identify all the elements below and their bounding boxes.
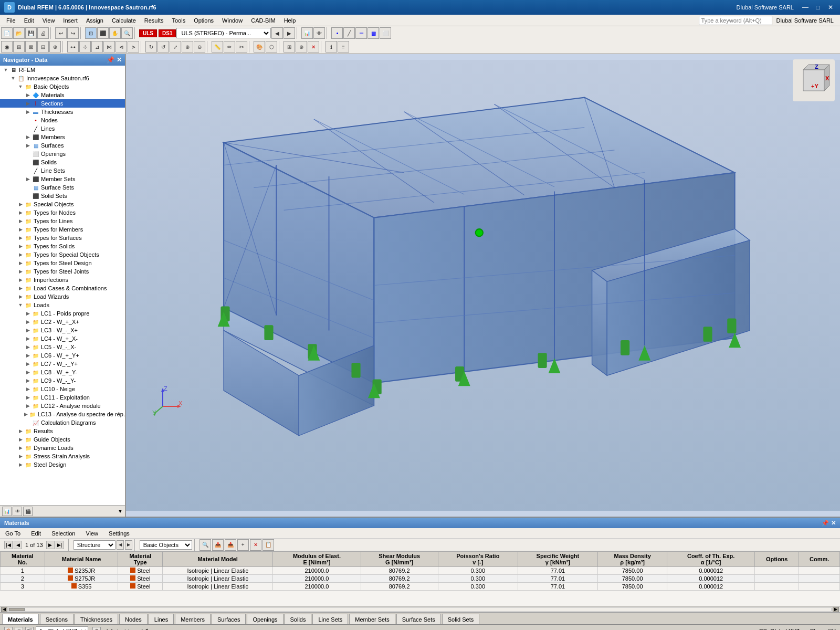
tree-root-rfem[interactable]: ▼ 🖥 RFEM	[0, 66, 125, 74]
status-eye[interactable]: 👁	[15, 627, 23, 631]
tree-results[interactable]: ▶ 📁 Results	[0, 427, 125, 435]
bp-export[interactable]: 📤	[212, 539, 224, 551]
tree-lc6[interactable]: ▶ 📁 LC6 - W_+_Y+	[0, 351, 125, 360]
exp-special[interactable]: ▶	[17, 202, 24, 207]
table-row[interactable]: 1 S235JR Steel Isotropic | Linear Elasti…	[1, 567, 840, 575]
node-button[interactable]: •	[331, 27, 343, 39]
tree-lc7[interactable]: ▶ 📁 LC7 - W_-_Y+	[0, 360, 125, 368]
bp-filter[interactable]: 🔍	[200, 539, 211, 551]
tree-dynamic-loads[interactable]: ▶ 📁 Dynamic Loads	[0, 444, 125, 452]
expand-rfem[interactable]: ▼	[2, 67, 9, 72]
delete[interactable]: ✕	[308, 41, 319, 52]
redo-button[interactable]: ↪	[67, 27, 79, 39]
keyword-search[interactable]	[699, 16, 772, 25]
zoom-button[interactable]: 🔍	[121, 27, 133, 39]
horizontal-scrollbar[interactable]: ◀ ▶	[0, 606, 840, 613]
exp-results[interactable]: ▶	[17, 428, 24, 434]
menu-file[interactable]: File	[2, 16, 20, 25]
zoom-out[interactable]: ⊖	[194, 41, 205, 52]
exp-lc4[interactable]: ▶	[24, 336, 32, 341]
exp-tlines[interactable]: ▶	[17, 218, 24, 224]
exp-tsolids[interactable]: ▶	[17, 244, 24, 249]
rotate-y[interactable]: ↺	[158, 41, 169, 52]
exp-stressstrain[interactable]: ▶	[17, 454, 24, 459]
tree-member-sets[interactable]: ▶ ⬛ Member Sets	[0, 175, 125, 183]
tab-lines[interactable]: Lines	[149, 614, 174, 624]
tree-lc2[interactable]: ▶ 📁 LC2 - W_+_X+	[0, 318, 125, 326]
next-page-button[interactable]: ▶	[46, 541, 55, 549]
bp-copy[interactable]: 📋	[262, 539, 274, 551]
tree-openings[interactable]: ⬜ Openings	[0, 150, 125, 158]
exp-loads[interactable]: ▼	[17, 302, 24, 308]
tree-load-cases[interactable]: ▶ 📁 Load Cases & Combinations	[0, 284, 125, 292]
tree-types-special[interactable]: ▶ 📁 Types for Special Objects	[0, 250, 125, 259]
exp-dynloads[interactable]: ▶	[17, 445, 24, 450]
table-row[interactable]: 3 S355 Steel Isotropic | Linear Elastic …	[1, 583, 840, 591]
tree-lc9[interactable]: ▶ 📁 LC9 - W_-_Y-	[0, 376, 125, 385]
scroll-right-button[interactable]: ▶	[833, 607, 839, 612]
tree-sections[interactable]: ▶ I Sections	[0, 99, 125, 108]
btn-edit[interactable]: Edit	[28, 530, 44, 537]
last-page-button[interactable]: ▶|	[56, 541, 64, 549]
btn-selection[interactable]: Selection	[48, 530, 78, 537]
exp-lc6[interactable]: ▶	[24, 353, 32, 358]
exp-lc1[interactable]: ▶	[24, 311, 32, 316]
tree-types-nodes[interactable]: ▶ 📁 Types for Nodes	[0, 208, 125, 217]
tree-surfaces[interactable]: ▶ ▩ Surfaces	[0, 141, 125, 150]
btn-view[interactable]: View	[82, 530, 101, 537]
exp-tsteelj[interactable]: ▶	[17, 269, 24, 274]
measure[interactable]: 📏	[212, 41, 223, 52]
menu-assign[interactable]: Assign	[82, 16, 108, 25]
menu-results[interactable]: Results	[140, 16, 168, 25]
tree-calc-diagrams[interactable]: 📈 Calculation Diagrams	[0, 418, 125, 427]
bp-import[interactable]: 📥	[225, 539, 236, 551]
tree-steel-design[interactable]: ▶ 📁 Steel Design	[0, 460, 125, 469]
tree-guide-objects[interactable]: ▶ 📁 Guide Objects	[0, 435, 125, 444]
exp-steeldesign[interactable]: ▶	[17, 462, 24, 467]
first-page-button[interactable]: |◀	[4, 541, 13, 549]
save-button[interactable]: 💾	[25, 27, 37, 39]
t2-b8[interactable]: ⊿	[91, 41, 103, 52]
menu-edit[interactable]: Edit	[20, 16, 38, 25]
prev-load-button[interactable]: ◀	[271, 27, 283, 39]
tree-types-steel-design[interactable]: ▶ 📁 Types for Steel Design	[0, 259, 125, 267]
print-button[interactable]: 🖨	[37, 27, 49, 39]
prev-page-button[interactable]: ◀	[14, 541, 22, 549]
tab-openings[interactable]: Openings	[247, 614, 283, 624]
grid[interactable]: ⊞	[284, 41, 295, 52]
t2-b7[interactable]: ⊹	[79, 41, 91, 52]
nav-scroll-down[interactable]: ▼	[118, 508, 123, 514]
t2-b3[interactable]: ⊠	[25, 41, 37, 52]
line-button[interactable]: ╱	[343, 27, 355, 39]
tab-solid-sets[interactable]: Solid Sets	[442, 614, 480, 624]
tree-members[interactable]: ▶ ⬛ Members	[0, 133, 125, 141]
tree-types-steel-joints[interactable]: ▶ 📁 Types for Steel Joints	[0, 267, 125, 276]
tree-special-objects[interactable]: ▶ 📁 Special Objects	[0, 200, 125, 208]
tree-thicknesses[interactable]: ▶ ▬ Thicknesses	[0, 108, 125, 116]
tab-sections[interactable]: Sections	[40, 614, 74, 624]
tree-basic-objects[interactable]: ▼ 📁 Basic Objects	[0, 82, 125, 91]
maximize-button[interactable]: □	[813, 3, 823, 12]
expand-file[interactable]: ▼	[9, 76, 17, 81]
scroll-left-button[interactable]: ◀	[1, 607, 7, 612]
tree-materials[interactable]: ▶ 🔷 Materials	[0, 91, 125, 99]
exp-lc3[interactable]: ▶	[24, 328, 32, 333]
exp-mat[interactable]: ▶	[24, 92, 32, 98]
tree-lc12[interactable]: ▶ 📁 LC12 - Analyse modale	[0, 402, 125, 410]
tree-types-surfaces[interactable]: ▶ 📁 Types for Surfaces	[0, 234, 125, 242]
exp-membersets[interactable]: ▶	[24, 176, 32, 182]
undo-button[interactable]: ↩	[55, 27, 67, 39]
exp-lc7[interactable]: ▶	[24, 361, 32, 366]
t2-b2[interactable]: ⊞	[13, 41, 25, 52]
exp-lc10[interactable]: ▶	[24, 386, 32, 392]
exp-lc9[interactable]: ▶	[24, 378, 32, 383]
exp-lc13[interactable]: ▶	[24, 412, 28, 417]
exp-lc11[interactable]: ▶	[24, 395, 32, 400]
scroll-track[interactable]	[8, 607, 832, 612]
bottom-pin-button[interactable]: 📌	[822, 520, 829, 527]
close-button[interactable]: ✕	[825, 3, 836, 12]
exp-imperf[interactable]: ▶	[17, 277, 24, 282]
tree-types-members[interactable]: ▶ 📁 Types for Members	[0, 225, 125, 234]
open-button[interactable]: 📂	[13, 27, 25, 39]
tree-solid-sets[interactable]: ⬛ Solid Sets	[0, 192, 125, 200]
